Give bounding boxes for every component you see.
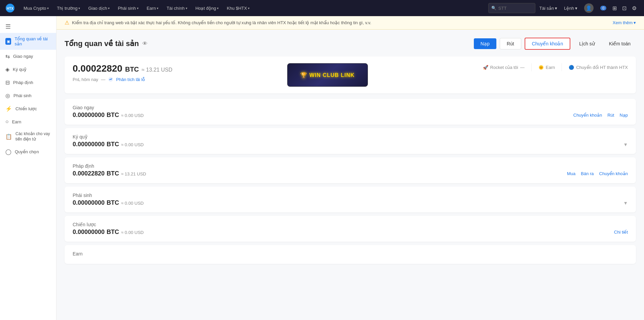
giao-ngay-header: 0.00000000 BTC ≈ 0.00 USD Chuyển khoản R… — [73, 112, 628, 119]
sidebar-item-ky-quy[interactable]: ◈ Ký quỹ — [0, 63, 56, 76]
chevron-down-icon: ▾ — [555, 6, 557, 11]
balance-usd-value: ≈ 13.21 USD — [142, 67, 173, 73]
main-content: ⚠ Kiểm tra địa chỉ trang web và bật xác … — [56, 16, 644, 320]
search-box[interactable]: 🔍 — [488, 3, 535, 13]
logo[interactable]: HTX — [5, 3, 15, 13]
nav-item-giao-dich[interactable]: Giao dịch ▾ — [85, 0, 113, 16]
notification-badge[interactable]: 0 — [598, 0, 609, 16]
user-avatar[interactable]: 👤 — [581, 0, 596, 16]
chuyen-khoan-button[interactable]: Chuyển khoản — [525, 38, 571, 50]
balance-amount: 0.00022820 BTC ≈ 13.21 USD — [73, 63, 173, 74]
pnl-chart-icon — [108, 77, 113, 82]
ky-quy-actions: ▼ — [623, 142, 628, 147]
sidebar-item-cac-khoan[interactable]: 📋 Các khoản cho vay tiền điện tử — [0, 128, 56, 145]
ht-convert-item[interactable]: 🔵 Chuyển đổi HT thành HTX — [569, 65, 628, 70]
chevron-down-icon: ▾ — [217, 6, 219, 10]
rocket-icon: 🚀 — [483, 65, 488, 70]
sidebar-item-tong-quan[interactable]: ▣ Tổng quan về tài sản — [0, 33, 56, 50]
nav-item-tai-chinh[interactable]: Tài chính ▾ — [163, 0, 190, 16]
balance-unit: BTC — [125, 66, 139, 73]
balance-right-items: 🚀 Rocket của tôi — 🌞 Earn 🔵 Chuyển đổi H… — [483, 63, 628, 71]
chi-tiet-link-chien-luoc[interactable]: Chi tiết — [614, 230, 628, 235]
alert-left: ⚠ Kiểm tra địa chỉ trang web và bật xác … — [65, 19, 371, 26]
fiat-icon: ⊟ — [5, 79, 10, 86]
chuyen-khoan-link-phap-dinh[interactable]: Chuyển khoản — [599, 171, 628, 176]
sidebar-item-chien-luoc[interactable]: ⚡ Chiến lược — [0, 102, 56, 115]
separator — [562, 63, 562, 71]
nav-tai-san[interactable]: Tài sản ▾ — [537, 0, 560, 16]
main-layout: ☰ ▣ Tổng quan về tài sản ⇆ Giao ngay ◈ K… — [0, 16, 644, 320]
sidebar-item-quyen-chon[interactable]: ◯ Quyền chọn — [0, 145, 56, 158]
chevron-down-icon: ▾ — [186, 6, 187, 10]
nav-item-phai-sinh[interactable]: Phái sinh ▾ — [114, 0, 142, 16]
qr-icon[interactable]: ⊡ — [620, 5, 629, 11]
pnl-analysis-link[interactable]: Phân tích lãi lỗ — [116, 77, 145, 82]
sidebar-item-earn[interactable]: ○ Earn — [0, 115, 56, 128]
loan-icon: 📋 — [5, 133, 12, 140]
giao-ngay-actions: Chuyển khoản Rút Nạp — [573, 113, 628, 118]
asset-row-phai-sinh: Phái sinh 0.00000000 BTC ≈ 0.00 USD ▼ — [65, 187, 636, 212]
nap-link-giao-ngay[interactable]: Nạp — [619, 113, 628, 118]
expand-icon[interactable]: ▼ — [623, 200, 628, 206]
separator — [531, 63, 532, 71]
alert-banner: ⚠ Kiểm tra địa chỉ trang web và bật xác … — [56, 16, 644, 30]
alert-view-more[interactable]: Xem thêm ▾ — [613, 20, 636, 25]
chevron-down-icon: ▾ — [47, 6, 49, 10]
chien-luoc-header: 0.00000000 BTC ≈ 0.00 USD Chi tiết — [73, 229, 628, 236]
chevron-down-icon: ▾ — [108, 6, 110, 10]
nap-button[interactable]: Nạp — [474, 38, 496, 49]
asset-row-earn: Earn — [65, 245, 636, 264]
chuyen-khoan-link-giao-ngay[interactable]: Chuyển khoản — [573, 113, 602, 118]
nav-item-hoat-dong[interactable]: Hoạt động ▾ — [192, 0, 222, 16]
htx-logo-icon: HTX — [5, 3, 15, 13]
chevron-down-icon: ▾ — [137, 6, 139, 10]
rocket-item[interactable]: 🚀 Rocket của tôi — — [483, 65, 525, 70]
chevron-down-icon: ▾ — [157, 6, 158, 10]
sun-icon: 🌞 — [538, 65, 544, 70]
ban-ra-link-phap-dinh[interactable]: Bán ra — [581, 171, 594, 176]
asset-row-ky-quy: Ký quỹ 0.00000000 BTC ≈ 0.00 USD ▼ — [65, 128, 636, 154]
svg-text:HTX: HTX — [7, 7, 13, 10]
balance-left: 0.00022820 BTC ≈ 13.21 USD PnL hôm nay —… — [73, 63, 173, 82]
balance-section: 0.00022820 BTC ≈ 13.21 USD PnL hôm nay —… — [65, 56, 636, 93]
search-input[interactable] — [498, 6, 532, 11]
nav-item-earn[interactable]: Earn ▾ — [143, 0, 162, 16]
kiem-toan-button[interactable]: Kiểm toán — [604, 38, 636, 49]
earn-label: Earn — [73, 251, 628, 256]
asset-row-phap-dinh: Pháp định 0.00022820 BTC ≈ 13.21 USD Mua… — [65, 157, 636, 183]
mua-link-phap-dinh[interactable]: Mua — [567, 171, 575, 176]
giao-ngay-label: Giao ngay — [73, 105, 628, 110]
sidebar-menu-icon[interactable]: ☰ — [0, 20, 56, 33]
avatar-icon: 👤 — [584, 3, 594, 13]
page-title: Tổng quan về tài sản — [65, 39, 139, 48]
page-body: Tổng quan về tài sản 👁 Nạp Rút Chuyển kh… — [56, 30, 644, 275]
rut-link-giao-ngay[interactable]: Rút — [607, 113, 614, 118]
layout-icon[interactable]: ⊞ — [610, 5, 619, 11]
phap-dinh-amount: 0.00022820 BTC ≈ 13.21 USD — [73, 170, 146, 177]
expand-icon[interactable]: ▼ — [623, 142, 628, 147]
nav-item-mua-crypto[interactable]: Mua Crypto ▾ — [20, 0, 52, 16]
phai-sinh-label: Phái sinh — [73, 193, 628, 198]
phai-sinh-header: 0.00000000 BTC ≈ 0.00 USD ▼ — [73, 199, 628, 206]
sidebar-item-phap-dinh[interactable]: ⊟ Pháp định — [0, 76, 56, 89]
sidebar: ☰ ▣ Tổng quan về tài sản ⇆ Giao ngay ◈ K… — [0, 16, 56, 320]
earn-item[interactable]: 🌞 Earn — [538, 65, 555, 70]
sidebar-item-phai-sinh[interactable]: ◎ Phái sinh — [0, 89, 56, 102]
sidebar-item-giao-ngay[interactable]: ⇆ Giao ngay — [0, 50, 56, 63]
settings-icon[interactable]: ⚙ — [630, 5, 639, 11]
page-title-row: Tổng quan về tài sản 👁 — [65, 39, 148, 48]
header-actions: Nạp Rút Chuyển khoản Lịch sử Kiểm toán — [474, 38, 636, 50]
balance-pnl: PnL hôm nay — Phân tích lãi lỗ — [73, 77, 173, 82]
ad-banner[interactable]: 🏆 WIN CLUB LINK — [173, 63, 483, 87]
nav-lenh[interactable]: Lệnh ▾ — [561, 0, 580, 16]
eye-icon[interactable]: 👁 — [142, 41, 148, 47]
nav-item-khu-htx[interactable]: Khu $HTX ▾ — [223, 0, 253, 16]
chevron-down-icon: ▾ — [78, 6, 80, 10]
nav-item-thi-truong[interactable]: Thị trường ▾ — [53, 0, 83, 16]
rut-button[interactable]: Rút — [500, 38, 521, 49]
overview-icon: ▣ — [5, 38, 11, 45]
margin-icon: ◈ — [5, 66, 9, 73]
lich-su-button[interactable]: Lịch sử — [574, 38, 600, 49]
asset-row-chien-luoc: Chiến lược 0.00000000 BTC ≈ 0.00 USD Chi… — [65, 216, 636, 242]
phai-sinh-actions: ▼ — [623, 200, 628, 206]
